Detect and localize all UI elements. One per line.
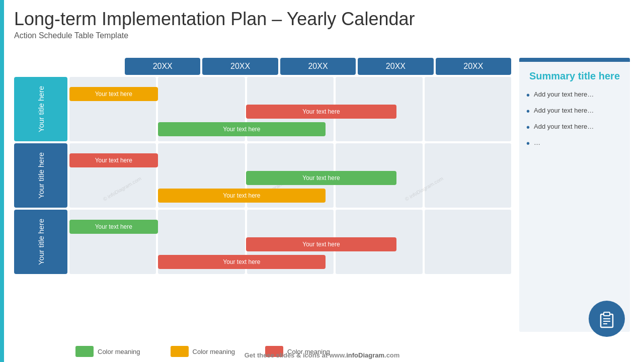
- summary-top-bar: [519, 58, 630, 62]
- page-title: Long-term Implementation Plan – Yearly C…: [14, 9, 634, 29]
- gantt-grid-0: Your text hereYour text hereYour text he…: [69, 77, 511, 141]
- gantt-row-0: Your title hereYour text hereYour text h…: [14, 77, 511, 141]
- gantt-row-2: Your title hereYour text hereYour text h…: [14, 210, 511, 274]
- gantt-grid-wrap-1: Your text hereYour text hereYour text he…: [69, 143, 511, 208]
- grid-cell-0-2: [247, 77, 334, 141]
- header: Long-term Implementation Plan – Yearly C…: [14, 9, 634, 40]
- gantt-rows: Your title hereYour text hereYour text h…: [14, 77, 511, 274]
- grid-cell-2-3: [336, 210, 422, 274]
- summary-item-3: …: [526, 138, 623, 148]
- footer-brand: infoDiagram: [346, 351, 384, 359]
- grid-cell-0-1: [158, 77, 245, 141]
- footer-text: Get these slides & icons at www.infoDiag…: [245, 351, 400, 359]
- summary-title: Summary title here: [526, 70, 623, 82]
- grid-cell-1-3: [336, 143, 422, 208]
- gantt-grid-wrap-0: Your text hereYour text hereYour text he…: [69, 77, 511, 141]
- grid-cell-2-1: [158, 210, 245, 274]
- gantt-grid-2: Your text hereYour text hereYour text he…: [69, 210, 511, 274]
- grid-cell-1-0: [69, 143, 156, 208]
- year-header: 20XX: [280, 58, 356, 75]
- left-accent: [0, 0, 4, 362]
- summary-content: Summary title here Add your text here…Ad…: [519, 62, 630, 332]
- row-title-0: Your title here: [14, 77, 67, 141]
- page-subtitle: Action Schedule Table Template: [14, 31, 634, 40]
- gantt-grid-1: Your text hereYour text hereYour text he…: [69, 143, 511, 208]
- footer: Get these slides & icons at www.infoDiag…: [14, 351, 630, 359]
- grid-cell-2-0: [69, 210, 156, 274]
- year-header: 20XX: [125, 58, 200, 75]
- year-header: 20XX: [358, 58, 433, 75]
- grid-cell-1-1: [158, 143, 245, 208]
- grid-cell-2-4: [425, 210, 511, 274]
- grid-cell-0-4: [425, 77, 511, 141]
- summary-panel: Summary title here Add your text here…Ad…: [519, 58, 630, 332]
- svg-rect-1: [604, 312, 610, 316]
- year-header: 20XX: [202, 58, 278, 75]
- gantt-grid-wrap-2: Your text hereYour text hereYour text he…: [69, 210, 511, 274]
- grid-cell-0-0: [69, 77, 156, 141]
- main-area: 20XX20XX20XX20XX20XX Your title hereYour…: [14, 58, 630, 332]
- summary-list: Add your text here…Add your text here…Ad…: [526, 90, 623, 148]
- row-title-2: Your title here: [14, 210, 67, 274]
- summary-item-2: Add your text here…: [526, 122, 623, 132]
- row-title-1: Your title here: [14, 143, 67, 208]
- grid-cell-2-2: [247, 210, 334, 274]
- summary-item-1: Add your text here…: [526, 106, 623, 116]
- gantt-area: 20XX20XX20XX20XX20XX Your title hereYour…: [14, 58, 511, 332]
- grid-cell-1-2: [247, 143, 334, 208]
- summary-item-0: Add your text here…: [526, 90, 623, 100]
- clipboard-icon: [589, 301, 625, 337]
- year-header-row: 20XX20XX20XX20XX20XX: [69, 58, 511, 75]
- grid-cell-0-3: [336, 77, 422, 141]
- grid-cell-1-4: [425, 143, 511, 208]
- gantt-row-1: Your title hereYour text hereYour text h…: [14, 143, 511, 208]
- year-header: 20XX: [436, 58, 511, 75]
